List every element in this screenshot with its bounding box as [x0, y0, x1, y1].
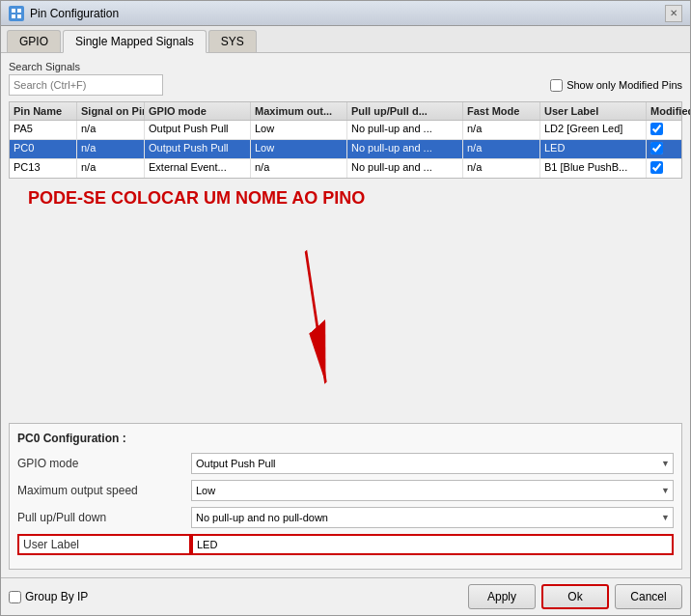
cell-pull: No pull-up and ... — [347, 121, 463, 139]
cell-gpio-mode: External Event... — [145, 159, 251, 178]
config-row-max-speed: Maximum output speed Low Medium High Ver… — [17, 480, 674, 501]
col-gpio-mode: GPIO mode — [145, 102, 251, 120]
annotation-area: PODE-SE COLOCAR UM NOME AO PINO — [9, 179, 682, 419]
cell-fast-mode: n/a — [463, 140, 540, 158]
bottom-right: Apply Ok Cancel — [468, 584, 682, 609]
cell-signal: n/a — [77, 121, 145, 139]
search-input[interactable] — [9, 74, 163, 96]
close-button[interactable]: ✕ — [665, 5, 682, 22]
content-area: Search Signals Show only Modified Pins P… — [1, 53, 690, 577]
main-window: Pin Configuration ✕ GPIO Single Mapped S… — [0, 0, 691, 616]
pin-table: Pin Name Signal on Pin GPIO mode Maximum… — [9, 101, 682, 179]
cell-pull: No pull-up and ... — [347, 140, 463, 158]
group-by-ip-checkbox[interactable] — [9, 591, 21, 603]
modified-checkbox[interactable] — [650, 161, 663, 174]
table-body: PA5 n/a Output Push Pull Low No pull-up … — [10, 121, 681, 178]
config-label-gpio-mode: GPIO mode — [17, 457, 191, 470]
col-pin-name: Pin Name — [10, 102, 77, 120]
cell-signal: n/a — [77, 159, 145, 178]
annotation-arrow — [9, 179, 682, 419]
cell-fast-mode: n/a — [463, 159, 540, 178]
col-pull: Pull up/Pull d... — [347, 102, 463, 120]
col-fast-mode: Fast Mode — [463, 102, 540, 120]
cell-gpio-mode: Output Push Pull — [145, 140, 251, 158]
table-row[interactable]: PC13 n/a External Event... n/a No pull-u… — [10, 159, 681, 178]
bottom-left: Group By IP — [9, 590, 88, 603]
title-bar-left: Pin Configuration — [9, 6, 119, 21]
cell-max-out: Low — [251, 140, 347, 158]
modified-checkbox[interactable] — [650, 142, 663, 154]
cell-user-label: LD2 [Green Led] — [540, 121, 647, 139]
gpio-mode-select-wrapper: Output Push Pull Output Open Drain Alter… — [191, 453, 674, 474]
cancel-button[interactable]: Cancel — [615, 584, 682, 609]
cell-pin-name: PA5 — [10, 121, 77, 139]
search-section: Search Signals Show only Modified Pins — [9, 61, 682, 96]
svg-rect-2 — [12, 14, 15, 18]
cell-modified — [647, 140, 690, 158]
cell-modified — [647, 159, 690, 178]
cell-signal: n/a — [77, 140, 145, 158]
search-label: Search Signals — [9, 61, 682, 72]
cell-max-out: n/a — [251, 159, 347, 178]
tab-gpio[interactable]: GPIO — [7, 30, 61, 52]
svg-line-5 — [306, 251, 326, 383]
window-icon — [9, 6, 24, 21]
table-row[interactable]: PC0 n/a Output Push Pull Low No pull-up … — [10, 140, 681, 159]
config-label-user-label: User Label — [17, 534, 191, 555]
annotation-text: PODE-SE COLOCAR UM NOME AO PINO — [28, 188, 365, 209]
pull-select-wrapper: No pull-up and no pull-down Pull-up Pull… — [191, 507, 674, 528]
svg-rect-1 — [17, 9, 21, 13]
pull-select[interactable]: No pull-up and no pull-down Pull-up Pull… — [191, 507, 674, 528]
ok-button[interactable]: Ok — [541, 584, 609, 609]
cell-gpio-mode: Output Push Pull — [145, 121, 251, 139]
apply-button[interactable]: Apply — [468, 584, 536, 609]
gpio-mode-select[interactable]: Output Push Pull Output Open Drain Alter… — [191, 453, 674, 474]
show-modified-label: Show only Modified Pins — [567, 79, 682, 91]
table-row[interactable]: PA5 n/a Output Push Pull Low No pull-up … — [10, 121, 681, 140]
search-row: Show only Modified Pins — [9, 74, 682, 96]
bottom-bar: Group By IP Apply Ok Cancel — [1, 577, 690, 615]
tabs-bar: GPIO Single Mapped Signals SYS — [1, 26, 690, 53]
config-title: PC0 Configuration : — [17, 432, 674, 445]
show-modified-checkbox[interactable] — [550, 79, 563, 92]
cell-user-label: B1 [Blue PushB... — [540, 159, 647, 178]
cell-max-out: Low — [251, 121, 347, 139]
svg-rect-3 — [17, 14, 21, 18]
tab-single-mapped[interactable]: Single Mapped Signals — [63, 30, 207, 53]
cell-pin-name: PC0 — [10, 140, 77, 158]
cell-pin-name: PC13 — [10, 159, 77, 178]
window-title: Pin Configuration — [30, 7, 119, 20]
table-header: Pin Name Signal on Pin GPIO mode Maximum… — [10, 102, 681, 121]
svg-rect-0 — [12, 9, 15, 13]
config-row-gpio-mode: GPIO mode Output Push Pull Output Open D… — [17, 453, 674, 474]
config-row-pull: Pull up/Pull down No pull-up and no pull… — [17, 507, 674, 528]
cell-user-label: LED — [540, 140, 647, 158]
col-max-out: Maximum out... — [251, 102, 347, 120]
cell-fast-mode: n/a — [463, 121, 540, 139]
col-signal: Signal on Pin — [77, 102, 145, 120]
max-speed-select[interactable]: Low Medium High Very High — [191, 480, 674, 501]
config-label-pull: Pull up/Pull down — [17, 511, 191, 524]
config-label-max-speed: Maximum output speed — [17, 484, 191, 497]
modified-checkbox[interactable] — [650, 123, 663, 135]
cell-pull: No pull-up and ... — [347, 159, 463, 178]
col-user-label: User Label — [540, 102, 647, 120]
user-label-input[interactable] — [191, 534, 674, 555]
show-modified-wrapper: Show only Modified Pins — [550, 79, 682, 92]
cell-modified — [647, 121, 690, 139]
max-speed-select-wrapper: Low Medium High Very High ▼ — [191, 480, 674, 501]
config-section: PC0 Configuration : GPIO mode Output Pus… — [9, 423, 682, 570]
tab-sys[interactable]: SYS — [208, 30, 257, 52]
col-modified: Modified — [647, 102, 690, 120]
group-by-ip-label: Group By IP — [25, 590, 88, 603]
config-row-user-label: User Label — [17, 534, 674, 555]
title-bar: Pin Configuration ✕ — [1, 1, 690, 26]
